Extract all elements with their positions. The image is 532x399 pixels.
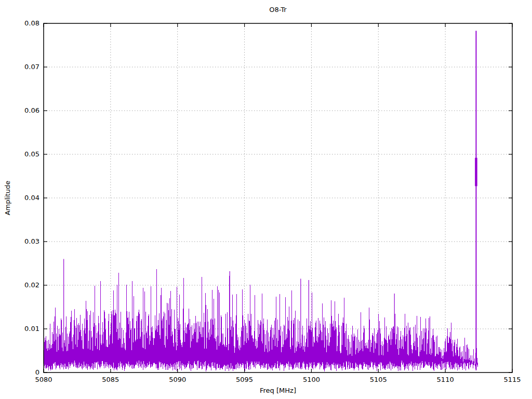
plot-area <box>0 0 532 399</box>
y-tick-label: 0.01 <box>0 325 39 332</box>
chart-title: O8-Tr <box>269 6 286 14</box>
spectrum-noise-trace <box>44 269 477 371</box>
x-tick-label: 5080 <box>35 376 52 383</box>
y-tick-label: 0.06 <box>0 107 39 114</box>
x-tick-label: 5095 <box>236 376 253 383</box>
y-tick-label: 0.03 <box>0 237 39 245</box>
y-tick-label: 0 <box>0 368 39 376</box>
y-tick-label: 0.04 <box>0 194 39 202</box>
x-axis-label: Freq [MHz] <box>260 387 296 394</box>
y-tick-label: 0.05 <box>0 150 39 158</box>
spectrum-chart: O8-Tr Freq [MHz] Amplitude 5080508550905… <box>0 0 532 399</box>
y-tick-label: 0.02 <box>0 281 39 289</box>
x-tick-label: 5110 <box>437 376 454 383</box>
x-tick-label: 5100 <box>303 376 320 383</box>
x-tick-label: 5105 <box>370 376 387 383</box>
x-tick-label: 5085 <box>102 376 119 383</box>
y-tick-label: 0.07 <box>0 63 39 71</box>
x-tick-label: 5090 <box>169 376 186 383</box>
y-tick-label: 0.08 <box>0 19 39 27</box>
x-tick-label: 5115 <box>503 376 521 383</box>
